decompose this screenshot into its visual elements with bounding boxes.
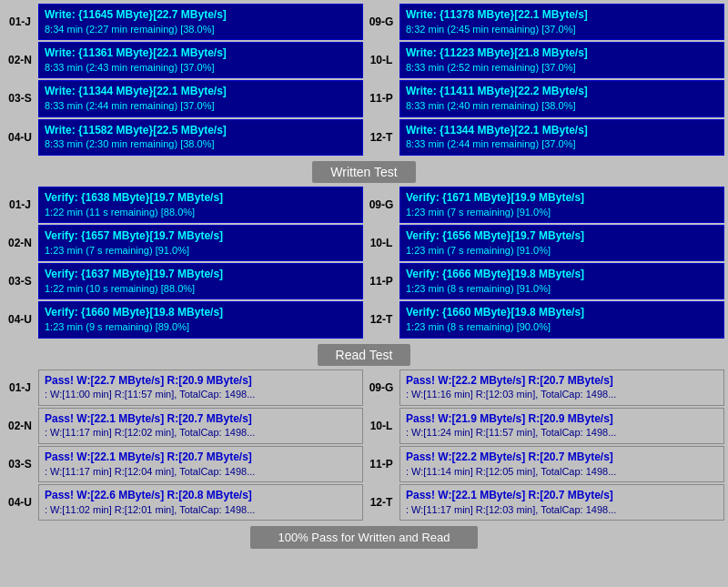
cell-left: Pass! W:[22.1 MByte/s] R:[20.7 MByte/s]:… [38, 408, 363, 444]
cell-line2: 1:23 min (9 s remaining) [89.0%] [45, 320, 357, 334]
cell-line1: Verify: {1638 MByte}[19.7 MByte/s] [45, 190, 357, 206]
cell-line1: Write: {11378 MByte}[22.1 MByte/s] [406, 7, 718, 23]
table-row: 01-JPass! W:[22.7 MByte/s] R:[20.9 MByte… [4, 369, 724, 406]
row-label-right: 09-G [365, 4, 398, 40]
cell-left: Write: {11361 MByte}[22.1 MByte/s]8:33 m… [38, 42, 363, 78]
cell-left: Write: {11582 MByte}[22.5 MByte/s]8:33 m… [38, 119, 363, 156]
cell-line2: 8:33 min (2:44 min remaining) [37.0%] [406, 137, 718, 151]
table-row: 01-JWrite: {11645 MByte}[22.7 MByte/s]8:… [4, 4, 724, 40]
cell-line2: : W:[11:14 min] R:[12:05 min], TotalCap:… [406, 465, 718, 479]
row-label-left: 02-N [4, 408, 36, 444]
cell-line1: Verify: {1657 MByte}[19.7 MByte/s] [45, 228, 357, 244]
cell-left: Pass! W:[22.1 MByte/s] R:[20.7 MByte/s]:… [38, 446, 363, 482]
cell-line1: Verify: {1666 MByte}[19.8 MByte/s] [406, 267, 718, 282]
row-label-left: 02-N [4, 225, 36, 261]
cell-right: Verify: {1671 MByte}[19.9 MByte/s]1:23 m… [399, 187, 724, 223]
row-label-right: 11-P [365, 263, 398, 299]
cell-line1: Write: {11344 MByte}[22.1 MByte/s] [45, 84, 357, 99]
table-row: 04-UWrite: {11582 MByte}[22.5 MByte/s]8:… [4, 119, 724, 156]
cell-right: Pass! W:[22.1 MByte/s] R:[20.7 MByte/s]:… [399, 484, 724, 521]
written-test-label: Written Test [312, 161, 415, 183]
row-label-right: 12-T [365, 119, 398, 156]
row-label-left: 04-U [4, 301, 36, 338]
table-row: 02-NPass! W:[22.1 MByte/s] R:[20.7 MByte… [4, 408, 724, 444]
cell-right: Write: {11378 MByte}[22.1 MByte/s]8:32 m… [399, 4, 724, 40]
table-row: 02-NVerify: {1657 MByte}[19.7 MByte/s]1:… [4, 225, 724, 261]
row-label-right: 10-L [365, 408, 398, 444]
cell-line2: : W:[11:17 min] R:[12:02 min], TotalCap:… [45, 426, 357, 440]
cell-line2: : W:[11:00 min] R:[11:57 min], TotalCap:… [45, 388, 357, 401]
cell-line1: Pass! W:[22.1 MByte/s] R:[20.7 MByte/s] [406, 488, 718, 503]
table-row: 01-JVerify: {1638 MByte}[19.7 MByte/s]1:… [4, 187, 724, 223]
cell-right: Verify: {1666 MByte}[19.8 MByte/s]1:23 m… [399, 263, 724, 299]
row-label-left: 01-J [4, 369, 36, 406]
cell-line2: : W:[11:24 min] R:[11:57 min], TotalCap:… [406, 426, 718, 440]
write-section: 01-JWrite: {11645 MByte}[22.7 MByte/s]8:… [4, 4, 724, 156]
cell-line2: 1:23 min (7 s remaining) [91.0%] [45, 244, 357, 258]
cell-line1: Verify: {1660 MByte}[19.8 MByte/s] [45, 305, 357, 320]
cell-line2: 1:22 min (10 s remaining) [88.0%] [45, 282, 357, 296]
cell-left: Verify: {1660 MByte}[19.8 MByte/s]1:23 m… [38, 301, 363, 338]
row-label-left: 04-U [4, 484, 36, 521]
table-row: 03-SWrite: {11344 MByte}[22.1 MByte/s]8:… [4, 80, 724, 116]
cell-line1: Pass! W:[22.2 MByte/s] R:[20.7 MByte/s] [406, 450, 718, 465]
cell-right: Pass! W:[21.9 MByte/s] R:[20.9 MByte/s]:… [399, 408, 724, 444]
cell-line2: 8:33 min (2:30 min remaining) [38.0%] [45, 137, 357, 151]
row-label-left: 03-S [4, 80, 36, 116]
cell-line2: : W:[11:16 min] R:[12:03 min], TotalCap:… [406, 388, 718, 401]
cell-line1: Write: {11582 MByte}[22.5 MByte/s] [45, 123, 357, 138]
cell-left: Pass! W:[22.7 MByte/s] R:[20.9 MByte/s]:… [38, 369, 363, 406]
cell-line2: : W:[11:02 min] R:[12:01 min], TotalCap:… [45, 503, 357, 517]
cell-line2: 1:23 min (7 s remaining) [91.0%] [406, 206, 718, 219]
row-label-right: 09-G [365, 369, 398, 406]
cell-left: Verify: {1638 MByte}[19.7 MByte/s]1:22 m… [38, 187, 363, 223]
cell-left: Pass! W:[22.6 MByte/s] R:[20.8 MByte/s]:… [38, 484, 363, 521]
cell-line2: 8:33 min (2:43 min remaining) [37.0%] [45, 61, 357, 75]
cell-line2: 1:23 min (7 s remaining) [91.0%] [406, 244, 718, 258]
main-container: 01-JWrite: {11645 MByte}[22.7 MByte/s]8:… [0, 0, 728, 556]
pass-section: 01-JPass! W:[22.7 MByte/s] R:[20.9 MByte… [4, 369, 724, 521]
cell-right: Verify: {1656 MByte}[19.7 MByte/s]1:23 m… [399, 225, 724, 261]
bottom-bar: 100% Pass for Written and Read [4, 526, 724, 549]
cell-line1: Verify: {1656 MByte}[19.7 MByte/s] [406, 228, 718, 244]
row-label-right: 10-L [365, 42, 398, 78]
row-label-right: 09-G [365, 187, 398, 223]
cell-line2: : W:[11:17 min] R:[12:03 min], TotalCap:… [406, 503, 718, 517]
row-label-left: 04-U [4, 119, 36, 156]
row-label-left: 02-N [4, 42, 36, 78]
cell-line2: 1:23 min (8 s remaining) [91.0%] [406, 282, 718, 296]
cell-right: Write: {11223 MByte}[21.8 MByte/s]8:33 m… [399, 42, 724, 78]
read-test-header: Read Test [4, 344, 724, 366]
row-label-left: 01-J [4, 187, 36, 223]
cell-line2: 8:33 min (2:40 min remaining) [38.0%] [406, 99, 718, 113]
cell-line1: Pass! W:[22.1 MByte/s] R:[20.7 MByte/s] [45, 411, 357, 427]
cell-left: Write: {11645 MByte}[22.7 MByte/s]8:34 m… [38, 4, 363, 40]
table-row: 04-UVerify: {1660 MByte}[19.8 MByte/s]1:… [4, 301, 724, 338]
cell-line2: 1:22 min (11 s remaining) [88.0%] [45, 206, 357, 219]
cell-line1: Pass! W:[22.7 MByte/s] R:[20.9 MByte/s] [45, 373, 357, 389]
cell-line2: 8:33 min (2:52 min remaining) [37.0%] [406, 61, 718, 75]
table-row: 03-SVerify: {1637 MByte}[19.7 MByte/s]1:… [4, 263, 724, 299]
cell-line1: Verify: {1637 MByte}[19.7 MByte/s] [45, 267, 357, 282]
cell-line1: Pass! W:[21.9 MByte/s] R:[20.9 MByte/s] [406, 411, 718, 427]
cell-line1: Verify: {1660 MByte}[19.8 MByte/s] [406, 305, 718, 320]
row-label-right: 11-P [365, 446, 398, 482]
cell-left: Verify: {1637 MByte}[19.7 MByte/s]1:22 m… [38, 263, 363, 299]
bottom-bar-label: 100% Pass for Written and Read [250, 526, 477, 549]
row-label-right: 11-P [365, 80, 398, 116]
table-row: 04-UPass! W:[22.6 MByte/s] R:[20.8 MByte… [4, 484, 724, 521]
cell-line1: Write: {11361 MByte}[22.1 MByte/s] [45, 46, 357, 61]
cell-line2: 1:23 min (8 s remaining) [90.0%] [406, 320, 718, 334]
cell-line1: Write: {11411 MByte}[22.2 MByte/s] [406, 84, 718, 99]
cell-line2: 8:34 min (2:27 min remaining) [38.0%] [45, 23, 357, 36]
read-test-label: Read Test [318, 344, 411, 366]
row-label-left: 03-S [4, 263, 36, 299]
row-label-right: 12-T [365, 301, 398, 338]
cell-right: Write: {11411 MByte}[22.2 MByte/s]8:33 m… [399, 80, 724, 116]
cell-line1: Pass! W:[22.2 MByte/s] R:[20.7 MByte/s] [406, 373, 718, 389]
cell-right: Write: {11344 MByte}[22.1 MByte/s]8:33 m… [399, 119, 724, 156]
cell-line2: : W:[11:17 min] R:[12:04 min], TotalCap:… [45, 465, 357, 479]
cell-line2: 8:32 min (2:45 min remaining) [37.0%] [406, 23, 718, 36]
cell-line1: Verify: {1671 MByte}[19.9 MByte/s] [406, 190, 718, 206]
row-label-right: 12-T [365, 484, 398, 521]
